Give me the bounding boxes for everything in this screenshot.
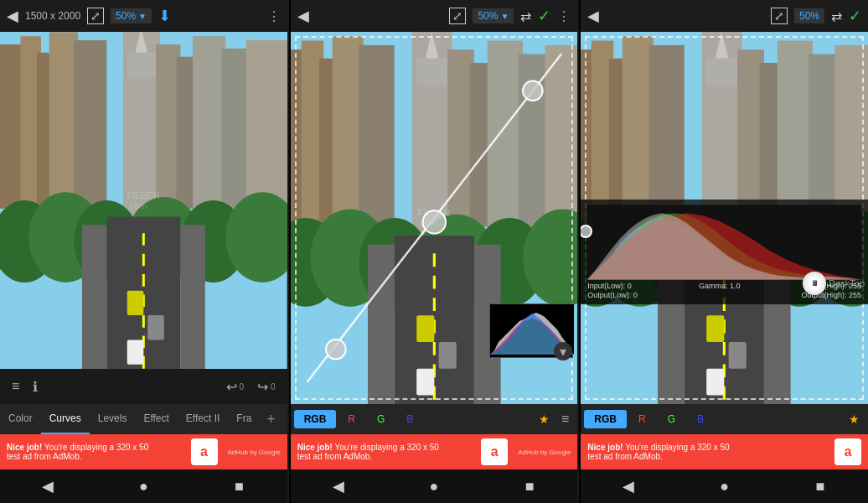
channel-rgb-2[interactable]: RGB xyxy=(294,410,337,428)
channel-b-2[interactable]: B xyxy=(396,410,423,428)
tab-effect2-1[interactable]: Effect II xyxy=(178,404,228,434)
channel-menu-2[interactable]: ≡ xyxy=(556,412,574,427)
zoom-button-3[interactable]: 50% xyxy=(794,8,824,23)
svg-rect-49 xyxy=(416,315,434,342)
tab-color-1[interactable]: Color xyxy=(0,404,41,434)
svg-rect-82 xyxy=(729,342,747,369)
output-labels-3: Output(Low): 0 Output(High): 255 xyxy=(587,291,861,299)
nav-home-2[interactable]: ● xyxy=(417,469,451,503)
arrows-icon-2[interactable]: ⇄ xyxy=(520,8,531,24)
admob-text-1: Nice job! You're displaying a 320 x 50te… xyxy=(7,443,184,461)
more-icon-1[interactable]: ⋮ xyxy=(267,8,281,24)
nav-recent-1[interactable]: ■ xyxy=(223,469,256,503)
channel-star-3[interactable]: ★ xyxy=(844,412,865,426)
svg-rect-83 xyxy=(707,369,725,396)
channel-r-3[interactable]: R xyxy=(628,410,656,428)
back-button-3[interactable]: ◀ xyxy=(587,7,599,25)
zoom-button-2[interactable]: 50% ▼ xyxy=(473,8,514,23)
channel-b-3[interactable]: B xyxy=(687,410,714,428)
back-button-1[interactable]: ◀ xyxy=(7,7,18,25)
image-area-1: FILECR.com xyxy=(0,32,287,369)
download-icon-1[interactable]: ⬇ xyxy=(158,7,171,25)
topbar-1: ◀ 1500 x 2000 ⤢ 50% ▼ ⬇ ⋮ xyxy=(0,0,287,32)
svg-rect-81 xyxy=(707,315,725,342)
svg-rect-4 xyxy=(49,32,78,208)
check-icon-3[interactable]: ✓ xyxy=(849,7,861,25)
more-icon-2[interactable]: ⋮ xyxy=(557,8,571,24)
svg-rect-12 xyxy=(221,49,250,209)
redo-count-1: 0 xyxy=(271,382,276,392)
expand-icon-1[interactable]: ⤢ xyxy=(87,8,104,24)
tabs-row-1: Color Curves Levels Effect Effect II Fra… xyxy=(0,404,287,434)
zoom-caret-1: ▼ xyxy=(138,12,147,21)
nav-recent-2[interactable]: ■ xyxy=(513,469,546,503)
admob-logo-1: a xyxy=(191,438,218,465)
undo-icon-1: ↩ xyxy=(226,379,237,395)
arrows-icon-3[interactable]: ⇄ xyxy=(831,8,842,24)
svg-rect-63 xyxy=(623,36,654,226)
admob-logo-2: a xyxy=(481,438,508,465)
tab-curves-1[interactable]: Curves xyxy=(41,404,90,434)
tab-add-button-1[interactable]: + xyxy=(260,411,282,428)
redo-button-1[interactable]: ↪ 0 xyxy=(252,376,281,398)
navbar-1: ◀ ● ■ xyxy=(0,469,287,503)
svg-rect-50 xyxy=(438,342,456,369)
info-button-1[interactable]: ℹ xyxy=(28,376,43,398)
svg-rect-40 xyxy=(545,45,577,227)
image-area-3: FILECR.com xyxy=(581,32,868,404)
info-labels-3: Input(Low): 0 Gamma: 1.0 Input(High): 25… xyxy=(587,282,861,290)
menu-button-1[interactable]: ≡ xyxy=(7,376,24,397)
admob-banner-1: Nice job! You're displaying a 320 x 50te… xyxy=(0,434,287,469)
svg-rect-35 xyxy=(416,59,447,86)
panel-2: ◀ ⤢ 50% ▼ ⇄ ✓ ⋮ xyxy=(289,0,578,503)
image-dimensions-1: 1500 x 2000 xyxy=(25,10,80,22)
svg-rect-26 xyxy=(180,225,204,369)
svg-rect-38 xyxy=(487,41,522,227)
output-low-label-3: Output(Low): 0 xyxy=(587,291,638,299)
histogram-chart-3 xyxy=(587,205,861,280)
nav-back-1[interactable]: ◀ xyxy=(31,469,65,503)
svg-rect-8 xyxy=(127,53,156,77)
city-photo-3: FILECR.com xyxy=(581,32,868,404)
admob-by-1: AdHub by Google xyxy=(228,449,281,456)
topbar-3: ◀ ⤢ 50% ⇄ ✓ xyxy=(581,0,868,32)
svg-rect-25 xyxy=(82,225,106,369)
channel-g-3[interactable]: G xyxy=(658,410,685,428)
tab-levels-1[interactable]: Levels xyxy=(90,404,136,434)
channel-tabs-2: RGB R G B ★ ≡ xyxy=(291,404,578,434)
input-low-label-3: Input(Low): 0 xyxy=(587,282,632,290)
panel-3: ◀ ⤢ 50% ⇄ ✓ xyxy=(579,0,868,503)
svg-rect-32 xyxy=(359,45,394,227)
redo-icon-1: ↪ xyxy=(257,379,268,395)
check-icon-2[interactable]: ✓ xyxy=(538,7,550,25)
expand-icon-3[interactable]: ⤢ xyxy=(771,8,788,24)
channel-g-2[interactable]: G xyxy=(367,410,395,428)
undo-button-1[interactable]: ↩ 0 xyxy=(221,376,250,398)
gamma-label-3: Gamma: 1.0 xyxy=(699,282,741,290)
channel-star-2[interactable]: ★ xyxy=(534,412,555,426)
city-photo-1: FILECR.com xyxy=(0,32,287,369)
admob-by-2: AdHub by Google xyxy=(518,449,571,456)
tab-fra-1[interactable]: Fra xyxy=(228,404,260,434)
zoom-button-1[interactable]: 50% ▼ xyxy=(111,8,152,23)
nav-back-2[interactable]: ◀ xyxy=(322,469,355,503)
channel-r-2[interactable]: R xyxy=(338,410,365,428)
tab-effect-1[interactable]: Effect xyxy=(135,404,177,434)
svg-rect-39 xyxy=(518,54,549,226)
nav-home-1[interactable]: ● xyxy=(127,469,160,503)
levels-overlay-3: Input(Low): 0 Gamma: 1.0 Input(High): 25… xyxy=(581,200,868,304)
nav-recent-3[interactable]: ■ xyxy=(803,469,837,503)
nav-home-3[interactable]: ● xyxy=(708,469,741,503)
svg-rect-67 xyxy=(707,59,738,86)
admob-banner-2: Nice job! You're displaying a 320 x 50te… xyxy=(291,434,578,469)
navbar-3: ◀ ● ■ xyxy=(581,469,868,503)
undo-count-1: 0 xyxy=(240,382,245,392)
navbar-2: ◀ ● ■ xyxy=(291,469,578,503)
input-high-label-3: Input(High): 255 xyxy=(807,282,861,290)
channel-rgb-3[interactable]: RGB xyxy=(584,410,627,428)
back-button-2[interactable]: ◀ xyxy=(297,7,309,25)
expand-icon-2[interactable]: ⤢ xyxy=(449,8,466,24)
nav-back-3[interactable]: ◀ xyxy=(612,469,645,503)
admob-text-2: Nice job! You're displaying a 320 x 50te… xyxy=(297,443,475,461)
svg-rect-22 xyxy=(127,291,144,315)
